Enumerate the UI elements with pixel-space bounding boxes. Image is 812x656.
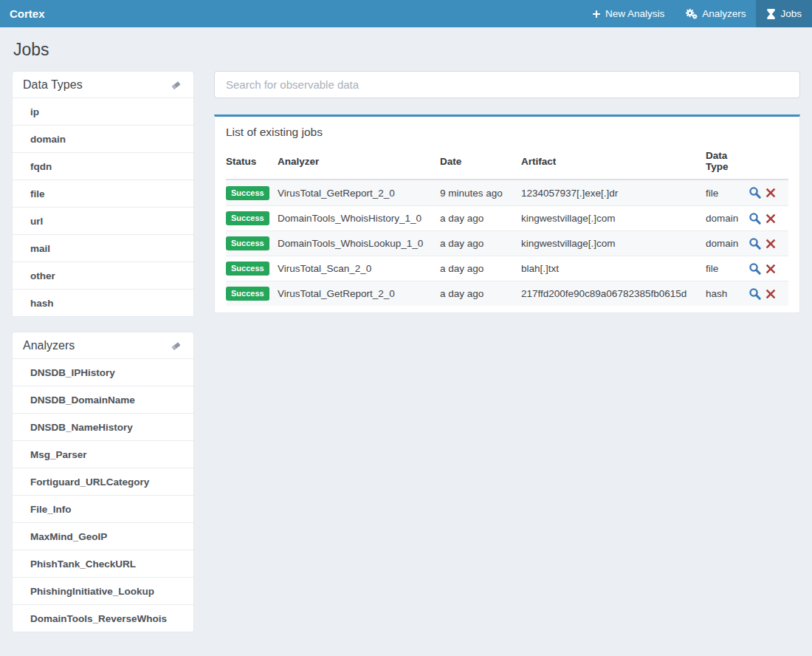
page-title: Jobs bbox=[13, 40, 800, 60]
remove-icon bbox=[765, 240, 776, 251]
nav-item-label: Jobs bbox=[780, 8, 802, 19]
job-analyzer: DomainTools_WhoisLookup_1_0 bbox=[278, 238, 440, 249]
remove-icon bbox=[765, 290, 776, 301]
view-job-button[interactable] bbox=[749, 212, 762, 225]
job-artifact: blah[.]txt bbox=[521, 263, 706, 274]
view-job-button[interactable] bbox=[749, 287, 762, 301]
nav-item-label: New Analysis bbox=[605, 8, 664, 19]
analyzer-filter-item[interactable]: DomainTools_ReverseWhois bbox=[13, 604, 193, 632]
delete-job-button[interactable] bbox=[765, 239, 776, 249]
job-analyzer: DomainTools_WhoisHistory_1_0 bbox=[278, 213, 440, 224]
job-analyzer: VirusTotal_Scan_2_0 bbox=[278, 263, 440, 274]
analyzer-list: DNSDB_IPHistory DNSDB_DomainName DNSDB_N… bbox=[13, 358, 193, 632]
column-header-status: Status bbox=[226, 156, 278, 167]
data-type-filter-item[interactable]: ip bbox=[13, 98, 193, 125]
jobs-list-panel: List of existing jobs Status Analyzer Da… bbox=[214, 115, 800, 313]
search-input[interactable] bbox=[214, 71, 800, 98]
job-date: a day ago bbox=[440, 263, 521, 274]
job-date: 9 minutes ago bbox=[440, 188, 521, 199]
table-row: Success VirusTotal_GetReport_2_0 9 minut… bbox=[226, 180, 788, 205]
analyzers-panel: Analyzers DNSDB_IPHistory bbox=[12, 332, 194, 632]
analyzer-filter-item[interactable]: PhishingInitiative_Lookup bbox=[13, 577, 193, 604]
job-artifact: kingwestvillage[.]com bbox=[521, 238, 706, 249]
status-badge: Success bbox=[226, 287, 269, 301]
job-date: a day ago bbox=[440, 213, 521, 224]
search-icon bbox=[749, 191, 762, 202]
data-types-panel-title: Data Types bbox=[23, 78, 83, 92]
analyzer-filter-item[interactable]: File_Info bbox=[13, 495, 193, 522]
remove-icon bbox=[765, 265, 776, 276]
analyzer-filter-item[interactable]: DNSDB_IPHistory bbox=[13, 358, 193, 386]
plus-icon bbox=[592, 10, 601, 18]
analyzer-filter-item[interactable]: Fortiguard_URLCategory bbox=[13, 468, 193, 495]
job-date: a day ago bbox=[440, 288, 521, 299]
nav-item-analyzers[interactable]: Analyzers bbox=[675, 0, 756, 27]
nav-item-new-analysis[interactable]: New Analysis bbox=[582, 0, 675, 27]
eraser-icon[interactable] bbox=[169, 79, 183, 92]
status-badge: Success bbox=[226, 211, 269, 225]
delete-job-button[interactable] bbox=[765, 213, 776, 224]
data-type-filter-item[interactable]: hash bbox=[13, 289, 193, 316]
navbar-menu: New Analysis bbox=[582, 0, 812, 27]
analyzer-filter-item[interactable]: PhishTank_CheckURL bbox=[13, 550, 193, 577]
job-artifact: kingwestvillage[.]com bbox=[521, 213, 706, 224]
main-content: List of existing jobs Status Analyzer Da… bbox=[214, 71, 800, 313]
delete-job-button[interactable] bbox=[765, 188, 776, 198]
status-badge: Success bbox=[226, 186, 269, 200]
search-icon bbox=[749, 292, 762, 303]
analyzer-filter-item[interactable]: DNSDB_NameHistory bbox=[13, 413, 193, 440]
eraser-icon[interactable] bbox=[169, 340, 183, 352]
nav-item-jobs[interactable]: Jobs bbox=[756, 0, 812, 27]
jobs-table-header: Status Analyzer Date Artifact Data Type bbox=[226, 148, 788, 180]
brand-cortex[interactable]: Cortex bbox=[0, 0, 55, 27]
job-data-type: file bbox=[706, 263, 749, 274]
view-job-button[interactable] bbox=[749, 262, 762, 276]
data-type-filter-item[interactable]: other bbox=[13, 262, 193, 289]
analyzer-filter-item[interactable]: DNSDB_DomainName bbox=[13, 386, 193, 413]
job-data-type: domain bbox=[706, 238, 749, 249]
job-artifact: 1234057937[.]exe[.]dr bbox=[521, 188, 706, 199]
data-type-filter-item[interactable]: domain bbox=[13, 125, 193, 152]
job-date: a day ago bbox=[440, 238, 521, 249]
view-job-button[interactable] bbox=[749, 237, 762, 250]
search-icon bbox=[749, 267, 762, 278]
delete-job-button[interactable] bbox=[765, 289, 776, 299]
job-data-type: domain bbox=[706, 213, 749, 224]
job-artifact: 217ffd200fe90c89a06782385fb0615d bbox=[521, 288, 706, 299]
search-icon bbox=[749, 216, 762, 228]
data-type-filter-item[interactable]: mail bbox=[13, 234, 193, 262]
data-type-filter-item[interactable]: file bbox=[13, 180, 193, 207]
hourglass-icon bbox=[766, 9, 776, 19]
remove-icon bbox=[765, 215, 776, 226]
analyzer-filter-item[interactable]: MaxMind_GeoIP bbox=[13, 522, 193, 550]
search-icon bbox=[749, 242, 762, 253]
job-data-type: hash bbox=[706, 288, 749, 299]
view-job-button[interactable] bbox=[749, 186, 762, 199]
column-header-date: Date bbox=[440, 156, 521, 167]
nav-item-label: Analyzers bbox=[702, 8, 746, 19]
column-header-data-type: Data Type bbox=[706, 150, 749, 172]
column-header-artifact: Artifact bbox=[521, 156, 706, 167]
data-type-filter-item[interactable]: url bbox=[13, 207, 193, 234]
table-row: Success DomainTools_WhoisHistory_1_0 a d… bbox=[226, 205, 788, 230]
cogs-icon bbox=[685, 8, 698, 19]
data-type-list: ip domain fqdn file url mail other hash bbox=[13, 98, 193, 316]
data-type-filter-item[interactable]: fqdn bbox=[13, 152, 193, 180]
job-analyzer: VirusTotal_GetReport_2_0 bbox=[278, 188, 440, 199]
jobs-table-body: Success VirusTotal_GetReport_2_0 9 minut… bbox=[226, 180, 788, 306]
status-badge: Success bbox=[226, 262, 269, 276]
job-data-type: file bbox=[706, 188, 749, 199]
analyzer-filter-item[interactable]: Msg_Parser bbox=[13, 440, 193, 468]
delete-job-button[interactable] bbox=[765, 264, 776, 274]
table-row: Success VirusTotal_Scan_2_0 a day ago bl… bbox=[226, 256, 788, 281]
data-types-panel: Data Types ip d bbox=[12, 71, 194, 317]
column-header-analyzer: Analyzer bbox=[278, 156, 440, 167]
jobs-panel-title: List of existing jobs bbox=[226, 117, 788, 148]
table-row: Success VirusTotal_GetReport_2_0 a day a… bbox=[226, 281, 788, 306]
remove-icon bbox=[765, 189, 776, 200]
top-navbar: Cortex New Analysis bbox=[0, 0, 812, 27]
filters-sidebar: Data Types ip d bbox=[12, 71, 194, 632]
analyzers-panel-title: Analyzers bbox=[23, 339, 75, 352]
job-analyzer: VirusTotal_GetReport_2_0 bbox=[278, 288, 440, 299]
status-badge: Success bbox=[226, 236, 269, 250]
